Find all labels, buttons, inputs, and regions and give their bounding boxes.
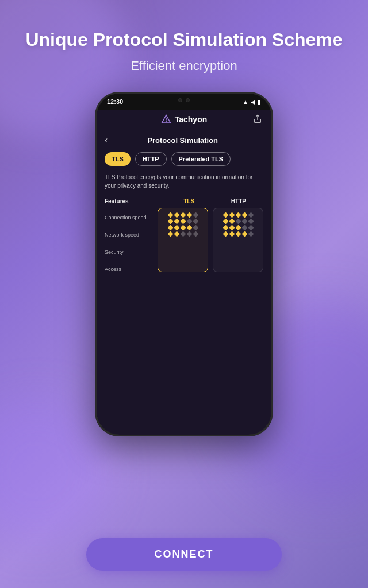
wifi-icon: ▲ [243,99,248,105]
back-button[interactable]: ‹ [105,135,108,145]
dot [180,231,186,237]
tab-http[interactable]: HTTP [135,152,167,166]
dot [223,231,228,237]
tab-tls[interactable]: TLS [105,152,131,166]
dot [167,219,173,225]
screen-body: ‹ Protocol Simulation TLS HTTP Pretended… [97,130,271,280]
dot [174,212,179,218]
dot [193,212,198,218]
dot [186,231,192,237]
protocol-tabs: TLS HTTP Pretended TLS [105,152,263,166]
dot [186,212,192,218]
feature-network-speed: Network speed [105,232,153,238]
http-row-3 [218,226,258,230]
http-row-1 [218,213,258,217]
app-name-label: Tachyon [175,115,208,124]
phone-screen: 12:30 ▲ ◀ ▮ [97,94,271,435]
dot [193,225,198,231]
camera-area [178,98,190,102]
page-subtitle: Efficient encryption [131,59,237,74]
phone-frame: 12:30 ▲ ◀ ▮ [95,92,273,436]
dot [174,231,179,237]
dot [180,219,186,225]
dot [193,231,198,237]
http-row-2 [218,219,258,223]
dot [186,219,192,225]
dot [174,219,179,225]
dot [167,225,173,231]
comparison-table: Features TLS HTTP Connection speed Netwo… [105,198,263,272]
feature-connection-speed: Connection speed [105,215,153,220]
signal-icon: ◀ [251,99,255,105]
phone-mockup: 12:30 ▲ ◀ ▮ [95,92,273,436]
table-header: Features TLS HTTP [105,198,263,204]
battery-icon: ▮ [258,99,261,105]
tls-row-2 [163,219,203,223]
dot [248,225,254,231]
dot [174,225,179,231]
connect-button[interactable]: CONNECT [86,538,282,571]
dot [229,225,235,231]
col-features-header: Features [105,198,164,204]
col-http-header: HTTP [214,198,263,204]
feature-access: Access [105,266,153,272]
protocol-description: TLS Protocol encrypts your communication… [105,173,263,190]
dot [193,219,198,225]
dot [223,225,228,231]
dot [241,212,247,218]
page-headline: Unique Protocol Simulation Scheme [25,29,342,51]
camera-dot-right [186,98,190,102]
table-body: Connection speed Network speed Security … [105,208,263,272]
volume-up-button [95,151,96,168]
feature-list: Connection speed Network speed Security … [105,208,153,272]
dot [223,219,228,225]
tls-dot-grid [158,208,208,272]
app-logo-icon [161,114,171,125]
dot [248,212,254,218]
http-dot-grid [213,208,263,272]
tls-row-1 [163,213,203,217]
dot [180,225,186,231]
dot [229,212,235,218]
http-row-4 [218,232,258,236]
dot [167,231,173,237]
volume-down-button [95,177,96,200]
dot [241,231,247,237]
dot [241,225,247,231]
dot [180,212,186,218]
dot [248,231,254,237]
dot [235,219,241,225]
feature-security: Security [105,249,153,255]
share-button[interactable] [253,114,262,126]
section-header: ‹ Protocol Simulation [105,135,263,145]
tls-row-3 [163,226,203,230]
dot [241,219,247,225]
status-bar: 12:30 ▲ ◀ ▮ [97,94,271,110]
dot [229,219,235,225]
status-icons: ▲ ◀ ▮ [243,99,261,105]
tab-pretended-tls[interactable]: Pretended TLS [171,152,231,166]
power-button [272,163,273,191]
tls-row-4 [163,232,203,236]
col-tls-header: TLS [164,198,214,204]
section-title: Protocol Simulation [113,136,263,145]
svg-point-2 [166,121,167,122]
dot [235,225,241,231]
dot [229,231,235,237]
dot [223,212,228,218]
dot [248,219,254,225]
app-title: Tachyon [161,114,208,125]
dot [235,212,241,218]
dot [186,225,192,231]
camera-dot-left [178,98,182,102]
status-time: 12:30 [107,98,123,105]
dot [235,231,241,237]
dot [167,212,173,218]
connect-button-wrap: CONNECT [86,538,282,571]
